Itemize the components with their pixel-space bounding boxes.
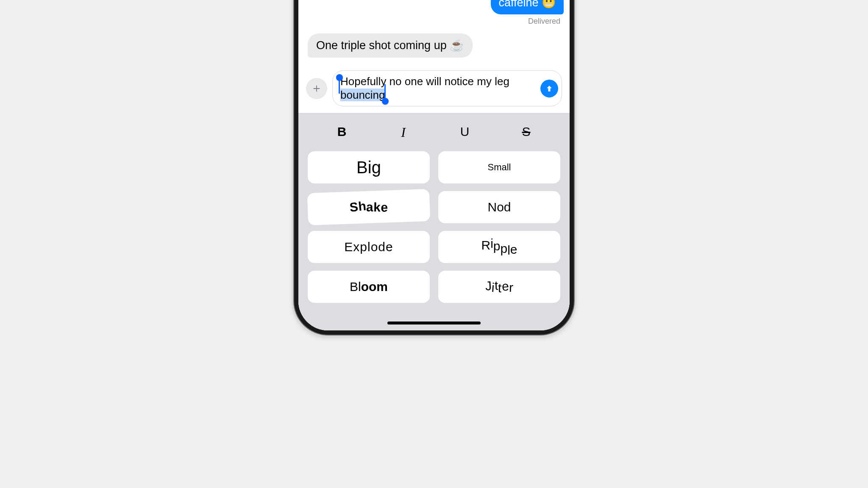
format-italic[interactable]: I — [393, 125, 414, 140]
arrow-up-icon — [545, 84, 554, 93]
sent-message-bubble[interactable]: caffeine 😬 — [491, 0, 564, 14]
plus-icon — [312, 84, 321, 93]
effect-small[interactable]: Small — [438, 151, 560, 183]
selection-handle-start[interactable] — [336, 74, 343, 81]
sent-message-group: caffeine 😬 Delivered — [308, 0, 560, 33]
send-button[interactable] — [540, 80, 558, 97]
delivered-status: Delivered — [528, 17, 560, 26]
add-attachment-button[interactable] — [306, 78, 327, 99]
format-row: B I U S — [298, 119, 570, 151]
effect-explode[interactable]: Explode — [308, 231, 430, 263]
selection-handle-end[interactable] — [382, 98, 389, 105]
effect-bloom[interactable]: Bloom — [308, 271, 430, 303]
effect-big[interactable]: Big — [308, 151, 430, 183]
message-text-unselected: Hopefully no one will notice my leg — [340, 75, 509, 88]
effect-ripple[interactable]: Ripple — [438, 231, 560, 263]
effect-shake[interactable]: Shake — [307, 189, 430, 225]
received-message-bubble[interactable]: One triple shot coming up ☕️ — [308, 33, 473, 57]
effect-nod[interactable]: Nod — [438, 191, 560, 223]
message-text-selected: bouncing — [340, 89, 385, 101]
message-input[interactable]: Hopefully no one will notice my leg boun… — [332, 70, 562, 106]
text-effects-panel: B I U S Big Small Shake Nod Explode Ripp… — [298, 113, 570, 330]
iphone-frame: caffeine 😬 Delivered One triple shot com… — [294, 0, 574, 335]
effect-grid: Big Small Shake Nod Explode Ripple Bloom… — [298, 151, 570, 314]
compose-row: Hopefully no one will notice my leg boun… — [298, 70, 570, 113]
conversation: caffeine 😬 Delivered One triple shot com… — [298, 0, 570, 70]
effect-jitter[interactable]: Jitter — [438, 271, 560, 303]
format-underline[interactable]: U — [454, 125, 476, 140]
home-indicator[interactable] — [387, 322, 481, 324]
screen: caffeine 😬 Delivered One triple shot com… — [298, 0, 570, 330]
format-strike[interactable]: S — [516, 125, 537, 140]
format-bold[interactable]: B — [331, 125, 353, 140]
